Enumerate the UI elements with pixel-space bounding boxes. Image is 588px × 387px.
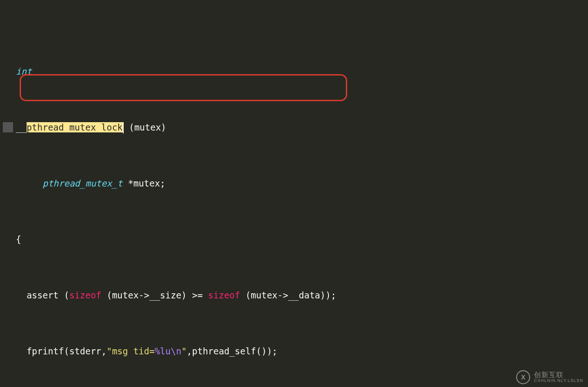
token-string: "msg tid=	[106, 346, 154, 356]
token-string: "	[182, 346, 187, 356]
gutter-mark-icon	[3, 122, 13, 132]
watermark-text-bottom: CXHLNIN.NLY.LSLSN	[534, 379, 583, 383]
token-int: int	[16, 66, 32, 76]
watermark-text-top: 创新互联	[534, 371, 583, 379]
watermark-logo-icon: X	[516, 370, 530, 384]
token-sizeof: sizeof	[69, 290, 101, 300]
token-plain: fprintf(stderr,	[16, 346, 106, 356]
token-plain: *mutex;	[123, 178, 166, 188]
token-type: pthread_mutex_t	[42, 178, 123, 188]
watermark: X 创新互联 CXHLNIN.NLY.LSLSN	[516, 370, 583, 384]
highlight-box	[20, 74, 347, 101]
token-brace: {	[16, 234, 21, 244]
token-func-highlight: pthread_mutex_lock	[27, 122, 123, 132]
token-escape: %lu	[154, 346, 170, 356]
token-escape: \n	[171, 346, 182, 356]
token-underscore: __	[16, 122, 27, 132]
token-plain: (mutex->__data));	[240, 290, 336, 300]
token-plain: ,pthread_self());	[187, 346, 277, 356]
token-plain: (mutex->__size) >=	[101, 290, 208, 300]
token-plain: (mutex)	[124, 122, 167, 132]
token-plain: assert (	[16, 290, 69, 300]
code-editor: int __pthread_mutex_lock (mutex) pthread…	[0, 0, 588, 387]
token-sizeof: sizeof	[208, 290, 240, 300]
